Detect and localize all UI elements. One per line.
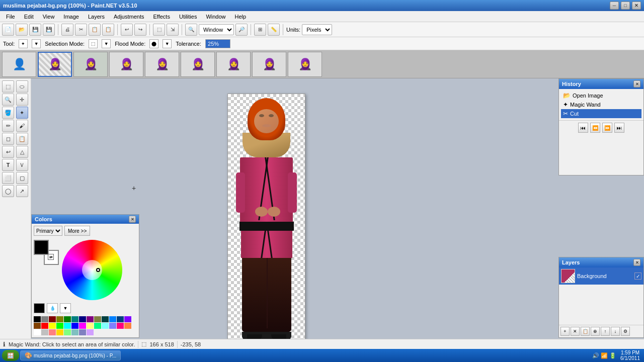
flood-mode-dropdown[interactable]: ▼ <box>163 39 172 48</box>
close-button[interactable]: ✕ <box>632 2 641 10</box>
menu-adjustments[interactable]: Adjustments <box>110 13 148 21</box>
palette-swatch-17[interactable] <box>64 323 71 329</box>
palette-swatch-31[interactable] <box>71 329 78 335</box>
palette-swatch-5[interactable] <box>71 316 78 322</box>
palette-swatch-0[interactable] <box>34 316 41 322</box>
palette-swatch-33[interactable] <box>87 329 94 335</box>
menu-layers[interactable]: Layers <box>84 13 109 21</box>
units-select[interactable]: Pixels <box>302 24 332 35</box>
layer-move-down-button[interactable]: ↓ <box>611 327 620 336</box>
palette-swatch-3[interactable] <box>56 316 63 322</box>
menu-edit[interactable]: Edit <box>20 13 38 21</box>
tolerance-input[interactable] <box>205 39 230 48</box>
tool-rectangle[interactable]: ⬜ <box>2 172 14 184</box>
color-picker-button[interactable]: 💧 <box>47 303 58 313</box>
palette-swatch-30[interactable] <box>64 329 71 335</box>
palette-swatch-24[interactable] <box>117 323 124 329</box>
history-item-0[interactable]: 📂 Open Image <box>561 91 641 100</box>
tool-clone-stamp[interactable]: 📋 <box>16 133 28 145</box>
strip-image-8[interactable]: 🧕 <box>252 52 286 77</box>
ruler-button[interactable]: 📏 <box>268 24 280 36</box>
zoom-out-button[interactable]: 🔍 <box>185 24 197 36</box>
palette-swatch-23[interactable] <box>109 323 116 329</box>
layer-add-button[interactable]: + <box>560 327 570 336</box>
start-button[interactable]: 🪟 <box>2 350 19 361</box>
menu-image[interactable]: Image <box>59 13 83 21</box>
flood-mode-icon[interactable]: ⬤ <box>149 39 158 48</box>
tool-lasso[interactable]: 🔍 <box>2 94 14 106</box>
crop-button[interactable]: ⬚ <box>153 24 165 36</box>
palette-swatch-18[interactable] <box>71 323 78 329</box>
palette-swatch-6[interactable] <box>79 316 86 322</box>
selection-mode-dropdown[interactable]: ▼ <box>102 39 111 48</box>
history-first-button[interactable]: ⏮ <box>578 123 588 133</box>
resize-button[interactable]: ⇲ <box>167 24 179 36</box>
strip-image-4[interactable]: 🧕 <box>109 52 143 77</box>
palette-swatch-10[interactable] <box>109 316 116 322</box>
strip-image-5[interactable]: 🧕 <box>145 52 179 77</box>
strip-image-2[interactable]: 🧕 <box>38 52 72 77</box>
new-button[interactable]: 📄 <box>2 24 14 36</box>
tool-ellipse[interactable]: ◯ <box>2 185 14 197</box>
layers-close-button[interactable]: ✕ <box>633 259 640 266</box>
palette-swatch-12[interactable] <box>124 316 131 322</box>
palette-swatch-1[interactable] <box>41 316 48 322</box>
tool-text[interactable]: T <box>2 159 14 171</box>
menu-window[interactable]: Window <box>202 13 229 21</box>
tool-paintbrush[interactable]: 🖌 <box>16 120 28 132</box>
layer-properties-button[interactable]: ⚙ <box>621 327 630 336</box>
strip-image-7[interactable]: 🧕 <box>216 52 251 77</box>
foreground-color-swatch[interactable] <box>34 240 49 255</box>
zoom-in-button[interactable]: 🔎 <box>235 24 248 36</box>
menu-effects[interactable]: Effects <box>149 13 174 21</box>
history-next-button[interactable]: ⏩ <box>602 123 612 133</box>
history-last-button[interactable]: ⏭ <box>614 123 624 133</box>
palette-swatch-13[interactable] <box>34 323 41 329</box>
palette-swatch-25[interactable] <box>124 323 131 329</box>
tool-gradient[interactable]: △ <box>16 146 28 158</box>
palette-swatch-14[interactable] <box>41 323 48 329</box>
tool-recolor[interactable]: ↩ <box>2 146 14 158</box>
grid-button[interactable]: ⊞ <box>254 24 266 36</box>
redo-button[interactable]: ↪ <box>134 24 146 36</box>
palette-swatch-32[interactable] <box>79 329 86 335</box>
tool-line[interactable]: ↗ <box>16 185 28 197</box>
layer-merge-button[interactable]: ⊕ <box>591 327 600 336</box>
strip-image-6[interactable]: 🧕 <box>181 52 215 77</box>
tool-eraser[interactable]: ◻ <box>2 133 14 145</box>
tool-icon[interactable]: ✦ <box>19 39 28 48</box>
layer-move-up-button[interactable]: ↑ <box>601 327 610 336</box>
palette-swatch-4[interactable] <box>64 316 71 322</box>
colors-close-button[interactable]: ✕ <box>129 216 136 223</box>
palette-swatch-22[interactable] <box>102 323 109 329</box>
strip-image-9[interactable]: 🧕 <box>288 52 322 77</box>
layer-delete-button[interactable]: ✕ <box>571 327 580 336</box>
tool-paint-bucket[interactable]: 🪣 <box>2 107 14 119</box>
palette-swatch-27[interactable] <box>41 329 48 335</box>
palette-swatch-20[interactable] <box>87 323 94 329</box>
color-dropdown[interactable]: ▼ <box>60 303 71 313</box>
selection-mode-icon[interactable]: ⬚ <box>89 39 98 48</box>
paste-button[interactable]: 📋 <box>102 24 114 36</box>
palette-swatch-26[interactable] <box>34 329 41 335</box>
palette-swatch-16[interactable] <box>56 323 63 329</box>
color-mode-select[interactable]: Primary <box>34 226 62 236</box>
tool-move[interactable]: ✛ <box>16 94 28 106</box>
palette-swatch-29[interactable] <box>56 329 63 335</box>
palette-swatch-21[interactable] <box>94 323 101 329</box>
menu-view[interactable]: View <box>39 13 59 21</box>
minimize-button[interactable]: ─ <box>610 2 619 10</box>
layer-item-background[interactable]: Background ✓ <box>559 267 643 285</box>
strip-image-1[interactable]: 👤 <box>2 52 36 77</box>
save-button[interactable]: 💾 <box>29 24 41 36</box>
color-wheel-selector[interactable] <box>96 268 100 272</box>
menu-file[interactable]: File <box>2 13 19 21</box>
color-wheel[interactable] <box>62 240 122 300</box>
history-close-button[interactable]: ✕ <box>633 80 640 87</box>
palette-swatch-28[interactable] <box>49 329 56 335</box>
save-as-button[interactable]: 💾 <box>43 24 55 36</box>
tool-pencil[interactable]: ✏ <box>2 120 14 132</box>
palette-swatch-15[interactable] <box>49 323 56 329</box>
black-swatch[interactable] <box>34 303 45 313</box>
menu-utilities[interactable]: Utilities <box>175 13 201 21</box>
